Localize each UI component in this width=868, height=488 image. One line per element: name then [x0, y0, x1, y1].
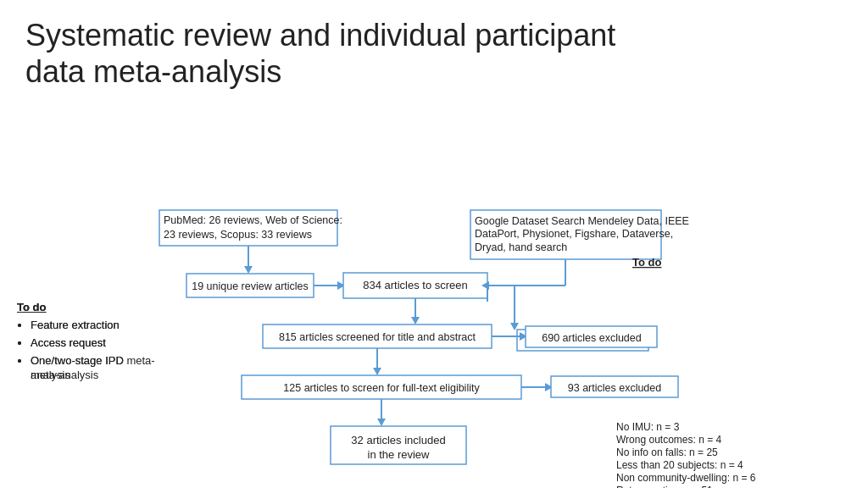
fulltext125-text: 125 articles to screen for full-text eli…: [283, 382, 480, 394]
todo-label: To do: [17, 301, 161, 313]
excluded-reason-6: Retrospective: n = 51: [616, 485, 713, 488]
svg-text:Dryad, hand search: Dryad, hand search: [475, 241, 567, 253]
excluded-reason-4: Less than 20 subjects: n = 4: [616, 459, 743, 471]
svg-marker-4: [244, 266, 253, 274]
excluded-reason-5: Non community-dwelling: n = 6: [616, 472, 756, 484]
flowchart-svg: PubMed: 26 reviews, Web of Science: 23 r…: [0, 100, 868, 488]
excluded93-text: 93 articles excluded: [568, 382, 662, 394]
svg-marker-17: [373, 368, 381, 375]
svg-marker-21: [377, 419, 386, 426]
included32-text-2: in the review: [368, 448, 431, 461]
screened815-text: 815 articles screened for title and abst…: [279, 331, 476, 343]
page-title: Systematic review and individual partici…: [25, 17, 843, 90]
svg-text:DataPort, Physionet, Figshare,: DataPort, Physionet, Figshare, Dataverse…: [475, 228, 673, 240]
screen834-text: 834 articles to screen: [363, 279, 468, 291]
page: Systematic review and individual partici…: [0, 0, 868, 488]
svg-text:Google Dataset Search Mendeley: Google Dataset Search Mendeley Data, IEE…: [475, 215, 689, 227]
todo-list: Feature extraction Access request One/tw…: [17, 319, 161, 383]
left-panel: To do Feature extraction Access request …: [17, 301, 161, 386]
excluded690-text: 690 articles excluded: [542, 332, 641, 344]
pubmed-text: PubMed: 26 reviews, Web of Science:: [164, 214, 342, 226]
todo-item-1: Feature extraction: [31, 319, 161, 333]
svg-marker-12: [411, 317, 420, 324]
svg-text:23 reviews, Scopus: 33 reviews: 23 reviews, Scopus: 33 reviews: [164, 229, 312, 241]
todo-item-2: Access request: [31, 336, 161, 351]
todo-item-3: One/two-stage IPDmeta-analysis: [31, 354, 161, 383]
excluded-reason-2: Wrong outcomes: n = 4: [616, 434, 722, 446]
excluded-reason-3: No info on falls: n = 25: [616, 446, 718, 458]
unique-text: 19 unique review articles: [192, 280, 309, 292]
excluded-reason-1: No IMU: n = 3: [616, 421, 680, 433]
todo-right-label: To do: [632, 256, 661, 269]
included32-text-1: 32 articles included: [351, 434, 445, 446]
